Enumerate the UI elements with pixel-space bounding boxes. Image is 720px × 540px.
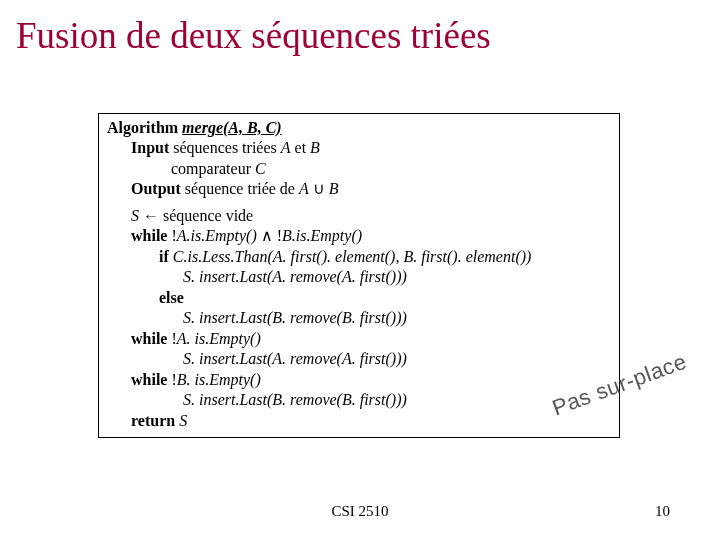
while3-cond: B. is.Empty() [177, 371, 261, 388]
comparator-c: C [255, 160, 266, 177]
while3-bang: ! [167, 371, 176, 388]
input-text: séquences triées [169, 139, 281, 156]
while2-kw: while [131, 330, 167, 347]
algorithm-label: Algorithm [107, 119, 178, 136]
input-et: et [291, 139, 311, 156]
while1-cond2: B.is.Empty() [282, 227, 362, 244]
while2-bang: ! [167, 330, 176, 347]
while2-cond: A. is.Empty() [177, 330, 261, 347]
input-b: B [310, 139, 320, 156]
insert-line-2: S. insert.Last(B. remove(B. first())) [183, 309, 407, 326]
if-cond: C.is.Less.Than(A. first(). element(), B.… [169, 248, 532, 265]
output-b: B [329, 180, 339, 197]
else-kw: else [159, 289, 184, 306]
output-a: A [299, 180, 309, 197]
algorithm-signature: merge(A, B, C) [182, 119, 282, 136]
output-text: séquence triée de [181, 180, 299, 197]
return-var: S [175, 412, 187, 429]
slide-title: Fusion de deux séquences triées [16, 14, 491, 57]
algorithm-box: Algorithm merge(A, B, C) Input séquences… [98, 113, 620, 438]
assign-empty: ← séquence vide [139, 207, 253, 224]
insert-line-1: S. insert.Last(A. remove(A. first())) [183, 268, 407, 285]
footer-slide-number: 10 [655, 503, 670, 520]
while1-kw: while [131, 227, 167, 244]
while1-cond1: A.is.Empty() [177, 227, 257, 244]
s-var: S [131, 207, 139, 224]
output-label: Output [131, 180, 181, 197]
and-symbol: ∧ [257, 227, 277, 244]
while3-kw: while [131, 371, 167, 388]
if-kw: if [159, 248, 169, 265]
union-symbol: ∪ [309, 180, 329, 197]
return-kw: return [131, 412, 175, 429]
input-label: Input [131, 139, 169, 156]
input-a: A [281, 139, 291, 156]
footer-course-code: CSI 2510 [0, 503, 720, 520]
while1-bang1: ! [167, 227, 176, 244]
insert-line-4: S. insert.Last(B. remove(B. first())) [183, 391, 407, 408]
comparator-text: comparateur [171, 160, 255, 177]
insert-line-3: S. insert.Last(A. remove(A. first())) [183, 350, 407, 367]
